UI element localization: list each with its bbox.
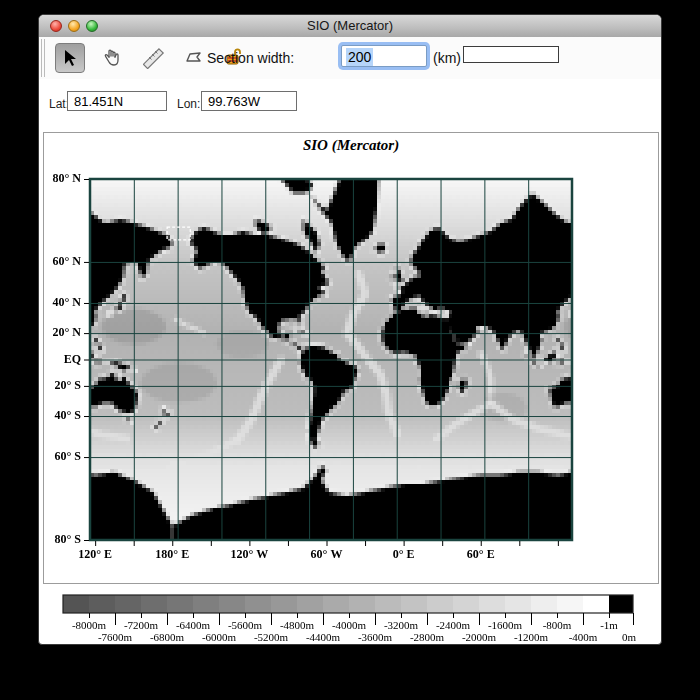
window-title: SIO (Mercator) bbox=[39, 18, 661, 33]
toolbar-drag-handle[interactable] bbox=[41, 39, 47, 77]
plot-panel: SIO (Mercator) bbox=[43, 132, 659, 584]
section-width-value: 200 bbox=[346, 48, 373, 66]
colorbar bbox=[49, 591, 653, 645]
title-bar[interactable]: SIO (Mercator) bbox=[39, 15, 661, 38]
ruler-icon bbox=[143, 47, 165, 69]
arrow-cursor-icon bbox=[60, 48, 80, 68]
unit-label: (km) bbox=[433, 50, 461, 66]
lon-label: Lon: bbox=[177, 97, 200, 111]
lon-input[interactable] bbox=[201, 91, 297, 111]
polygon-tool-button[interactable] bbox=[179, 43, 209, 73]
toolbar: Section width: 200 (km) bbox=[39, 37, 661, 80]
section-width-label: Section width: bbox=[207, 50, 294, 66]
aux-input[interactable] bbox=[463, 46, 559, 63]
arrow-tool-button[interactable] bbox=[55, 43, 85, 73]
lat-label: Lat: bbox=[49, 97, 69, 111]
app-window: SIO (Mercator) bbox=[38, 14, 662, 645]
ruler-tool-button[interactable] bbox=[139, 43, 169, 73]
map-canvas[interactable] bbox=[44, 133, 660, 585]
coordinate-row: Lat: Lon: bbox=[39, 79, 661, 128]
section-width-input[interactable]: 200 bbox=[341, 45, 427, 67]
polygon-icon bbox=[183, 47, 205, 69]
hand-tool-button[interactable] bbox=[97, 43, 127, 73]
lat-input[interactable] bbox=[67, 91, 167, 111]
hand-icon bbox=[101, 47, 123, 69]
